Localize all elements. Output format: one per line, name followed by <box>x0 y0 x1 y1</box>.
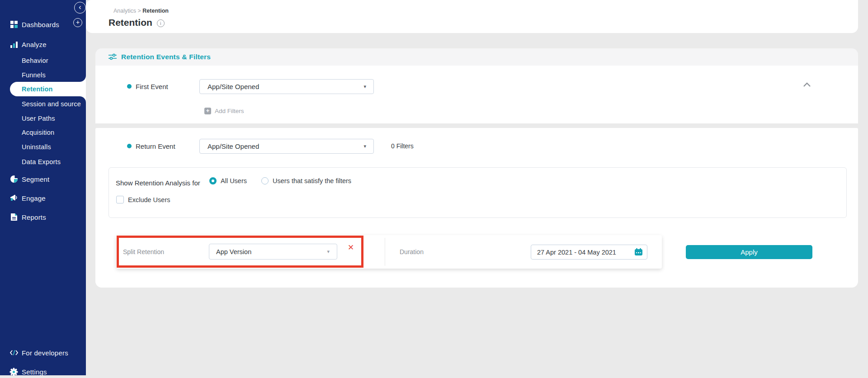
add-dashboard-icon[interactable]: + <box>73 18 82 27</box>
code-icon <box>9 349 18 357</box>
sidebar-item-label: Behavior <box>22 57 48 64</box>
section-title: Retention Events & Filters <box>121 53 211 61</box>
breadcrumb-current: Retention <box>142 8 169 14</box>
sidebar-item-funnels[interactable]: Funnels <box>0 70 86 80</box>
split-duration-row: Split Retention App Version ▾ ✕ Duration… <box>116 235 662 269</box>
page-header: Analytics > Retention Retention i <box>86 0 858 33</box>
radio-all-users-label: All Users <box>221 177 247 184</box>
sidebar-item-analyze[interactable]: Analyze <box>0 39 86 50</box>
close-icon[interactable]: ✕ <box>348 243 354 252</box>
radio-users-filters[interactable]: Users that satisfy the filters <box>261 177 351 184</box>
gear-icon <box>9 368 18 376</box>
add-filters-label: Add Filters <box>215 108 244 114</box>
split-retention-label: Split Retention <box>123 248 164 255</box>
first-event-card: First Event App/Site Opened ▾ + Add Filt… <box>95 66 858 123</box>
exclude-users-checkbox[interactable]: Exclude Users <box>116 196 170 203</box>
sidebar-item-label: Segment <box>22 175 49 183</box>
first-event-dot <box>127 84 132 89</box>
sidebar-item-engage[interactable]: Engage <box>0 193 86 203</box>
split-retention-select[interactable]: App Version ▾ <box>209 244 337 260</box>
sidebar-item-label: Uninstalls <box>22 143 51 151</box>
document-icon <box>9 213 18 222</box>
sidebar-item-label: User Paths <box>22 115 55 122</box>
sidebar-item-user-paths[interactable]: User Paths <box>0 113 86 124</box>
radio-users-filters-label: Users that satisfy the filters <box>273 177 351 184</box>
radio-unselected-icon <box>261 177 269 184</box>
sidebar-item-settings[interactable]: Settings <box>0 366 86 377</box>
return-event-select[interactable]: App/Site Opened ▾ <box>199 139 374 154</box>
radio-selected-icon <box>209 177 217 184</box>
checkbox-icon <box>116 196 124 203</box>
sidebar-item-dashboards[interactable]: Dashboards + <box>0 19 86 30</box>
sidebar: ‹ Dashboards + Analyze Behavior Funnels … <box>0 0 86 375</box>
sidebar-item-acquisition[interactable]: Acquisition <box>0 127 86 138</box>
megaphone-icon <box>9 194 18 203</box>
sidebar-item-label: Data Exports <box>22 158 61 165</box>
sidebar-item-label: Dashboards <box>22 21 59 28</box>
duration-value: 27 Apr 2021 - 04 May 2021 <box>537 249 616 256</box>
sidebar-item-label: Session and source <box>22 100 81 108</box>
duration-label: Duration <box>400 248 424 255</box>
sidebar-item-label: Engage <box>22 194 46 202</box>
sidebar-item-label: Settings <box>22 368 47 376</box>
divider <box>385 238 385 266</box>
sidebar-item-for-developers[interactable]: For developers <box>0 347 86 358</box>
retention-events-filters-header[interactable]: Retention Events & Filters <box>95 48 858 66</box>
app-screen: ‹ Dashboards + Analyze Behavior Funnels … <box>0 0 868 378</box>
sidebar-item-label: Acquisition <box>22 129 54 136</box>
chevron-up-icon[interactable] <box>803 82 811 87</box>
sidebar-item-label: For developers <box>22 349 68 357</box>
breadcrumb-separator: > <box>138 8 141 14</box>
sidebar-item-retention[interactable]: Retention <box>10 82 86 96</box>
collapse-sidebar-icon[interactable]: ‹ <box>74 2 86 14</box>
radio-all-users[interactable]: All Users <box>209 177 247 184</box>
info-icon[interactable]: i <box>157 19 165 27</box>
chevron-down-icon: ▾ <box>363 143 366 149</box>
return-event-dot <box>127 144 132 148</box>
add-filters-button[interactable]: + Add Filters <box>204 108 244 114</box>
sidebar-item-uninstalls[interactable]: Uninstalls <box>0 142 86 152</box>
apply-button[interactable]: Apply <box>686 245 812 259</box>
exclude-users-label: Exclude Users <box>128 196 170 203</box>
pie-chart-icon <box>9 175 18 184</box>
sliders-icon <box>108 53 117 61</box>
return-event-value: App/Site Opened <box>208 142 259 150</box>
split-retention-value: App Version <box>216 248 251 255</box>
return-event-label: Return Event <box>136 142 175 150</box>
breadcrumb: Analytics > Retention <box>113 8 169 14</box>
analysis-label: Show Retention Analysis for <box>116 179 200 187</box>
sidebar-item-segment[interactable]: Segment <box>0 174 86 184</box>
chevron-down-icon: ▾ <box>363 84 366 90</box>
bar-chart-icon <box>9 40 18 49</box>
sidebar-item-session-and-source[interactable]: Session and source <box>0 99 86 109</box>
calendar-icon <box>635 248 642 255</box>
active-item-notch-top <box>80 76 86 82</box>
analysis-options-box: Show Retention Analysis for All Users Us… <box>108 167 847 218</box>
filters-count: 0 Filters <box>391 142 414 150</box>
page-title: Retention <box>108 17 152 28</box>
chevron-down-icon: ▾ <box>327 249 330 255</box>
sidebar-item-reports[interactable]: Reports <box>0 212 86 222</box>
first-event-label: First Event <box>136 83 168 90</box>
sidebar-item-data-exports[interactable]: Data Exports <box>0 156 86 167</box>
breadcrumb-parent[interactable]: Analytics <box>113 8 136 14</box>
sidebar-item-label: Reports <box>22 213 46 221</box>
plus-square-icon: + <box>204 108 211 114</box>
sidebar-item-label: Funnels <box>22 71 46 79</box>
retention-settings-card: Return Event App/Site Opened ▾ 0 Filters… <box>95 128 858 288</box>
sidebar-item-behavior[interactable]: Behavior <box>0 55 86 66</box>
first-event-value: App/Site Opened <box>208 83 259 90</box>
duration-date-field[interactable]: 27 Apr 2021 - 04 May 2021 <box>531 245 647 260</box>
sidebar-item-label: Retention <box>22 85 53 93</box>
sidebar-item-label: Analyze <box>22 41 47 48</box>
grid-icon <box>9 20 18 29</box>
first-event-select[interactable]: App/Site Opened ▾ <box>199 79 374 94</box>
